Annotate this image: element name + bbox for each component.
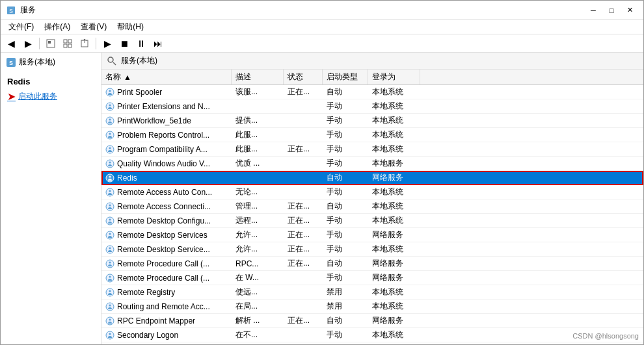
- table-row[interactable]: PrintWorkflow_5e1de 提供... 手动 本地系统: [101, 114, 643, 128]
- col-header-startup[interactable]: 启动类型: [323, 70, 368, 84]
- restart-button[interactable]: ⏭: [150, 36, 166, 51]
- view-button-1[interactable]: [43, 36, 59, 51]
- table-row[interactable]: Quality Windows Audio V... 优质 ... 手动 本地服…: [101, 157, 643, 171]
- menu-bar: 文件(F) 操作(A) 查看(V) 帮助(H): [1, 20, 643, 34]
- svg-point-33: [109, 218, 111, 220]
- menu-view[interactable]: 查看(V): [75, 20, 112, 34]
- svg-point-14: [106, 88, 114, 96]
- service-startup-cell: 手动: [323, 99, 368, 113]
- col-header-logon[interactable]: 登录为: [368, 70, 420, 84]
- service-desc-cell: [232, 99, 284, 113]
- table-row[interactable]: Routing and Remote Acc... 在局... 禁用 本地系统: [101, 300, 643, 314]
- menu-action[interactable]: 操作(A): [39, 20, 75, 34]
- service-startup-cell: 自动: [323, 85, 368, 99]
- play-button[interactable]: ▶: [100, 36, 115, 51]
- table-row[interactable]: Printer Extensions and N... 手动 本地系统: [101, 99, 643, 114]
- close-button[interactable]: ✕: [621, 4, 638, 17]
- service-desc-cell: 优质 ...: [232, 157, 284, 170]
- arrow-icon: ➤: [7, 90, 16, 103]
- service-logon-cell: 网络服务: [368, 257, 420, 270]
- service-desc-cell: [232, 171, 284, 185]
- svg-point-17: [109, 104, 111, 106]
- service-table[interactable]: 名称 ▲ 描述 状态 启动类型 登录为: [101, 70, 643, 344]
- table-row[interactable]: Secondary Logon 在不... 手动 本地系统: [101, 328, 643, 342]
- service-startup-cell: 手动: [323, 328, 368, 342]
- right-panel-title: 服务(本地): [121, 55, 157, 66]
- service-icon: [105, 274, 114, 283]
- service-desc-cell: 允许...: [232, 228, 284, 242]
- service-status-cell: 正在...: [284, 85, 323, 99]
- table-row[interactable]: Remote Access Connecti... 管理... 正在... 自动…: [101, 199, 643, 214]
- service-name-cell: Program Compatibility A...: [101, 142, 232, 156]
- svg-point-49: [109, 333, 111, 335]
- service-startup-cell: 自动: [323, 257, 368, 270]
- table-row[interactable]: Problem Reports Control... 此服... 手动 本地系统: [101, 128, 643, 142]
- svg-point-32: [106, 217, 114, 225]
- table-row[interactable]: Remote Registry 使远... 禁用 本地系统: [101, 285, 643, 300]
- svg-text:S: S: [9, 60, 13, 66]
- service-desc-cell: 提供...: [232, 114, 284, 127]
- menu-file[interactable]: 文件(F): [3, 20, 39, 34]
- service-logon-cell: 本地系统: [368, 142, 420, 156]
- table-row[interactable]: Redis 自动 网络服务: [101, 171, 643, 185]
- svg-point-31: [109, 204, 111, 206]
- left-panel: S 服务(本地) Redis ➤ 启动此服务: [1, 53, 101, 344]
- table-row[interactable]: Remote Procedure Call (... RPC... 正在... …: [101, 257, 643, 271]
- service-status-cell: 正在...: [284, 242, 323, 256]
- table-row[interactable]: Remote Desktop Services 允许... 正在... 手动 网…: [101, 228, 643, 242]
- col-header-name[interactable]: 名称 ▲: [101, 70, 232, 84]
- service-status-cell: [284, 128, 323, 142]
- table-row[interactable]: Remote Desktop Service... 允许... 正在... 手动…: [101, 242, 643, 257]
- service-desc-cell: 该服...: [232, 85, 284, 99]
- svg-point-35: [109, 233, 111, 235]
- stop-button[interactable]: ⏹: [116, 36, 132, 51]
- svg-point-44: [106, 303, 114, 311]
- service-icon: [105, 231, 114, 240]
- table-row[interactable]: Remote Procedure Call (... 在 W... 手动 网络服…: [101, 271, 643, 285]
- svg-point-41: [109, 275, 111, 277]
- service-desc-cell: 无论...: [232, 185, 284, 199]
- col-header-status[interactable]: 状态: [284, 70, 323, 84]
- service-name-cell: PrintWorkflow_5e1de: [101, 114, 232, 127]
- table-row[interactable]: Remote Desktop Configu... 远程... 正在... 手动…: [101, 214, 643, 228]
- service-icon: [105, 259, 114, 268]
- service-startup-cell: 自动: [323, 314, 368, 327]
- view-button-2[interactable]: [60, 36, 75, 51]
- service-status-cell: [284, 185, 323, 199]
- col-header-desc[interactable]: 描述: [232, 70, 284, 84]
- export-button[interactable]: [77, 36, 92, 51]
- svg-point-42: [106, 288, 114, 296]
- watermark: CSDN @hlsongsong: [572, 332, 639, 340]
- svg-point-12: [108, 57, 113, 62]
- table-row[interactable]: Print Spooler 该服... 正在... 自动 本地系统: [101, 85, 643, 99]
- minimize-button[interactable]: ─: [585, 4, 602, 17]
- service-name-cell: Remote Registry: [101, 285, 232, 299]
- back-button[interactable]: ◀: [3, 36, 19, 51]
- table-row[interactable]: Program Compatibility A... 此服... 正在... 手…: [101, 142, 643, 157]
- table-row[interactable]: Remote Access Auto Con... 无论... 手动 本地系统: [101, 185, 643, 199]
- service-status-cell: [284, 171, 323, 185]
- forward-button[interactable]: ▶: [20, 36, 36, 51]
- service-icon: [105, 202, 114, 211]
- svg-rect-7: [68, 44, 72, 47]
- title-bar: S 服务 ─ □ ✕: [1, 1, 643, 20]
- svg-point-18: [106, 117, 114, 125]
- service-status-cell: [284, 342, 323, 344]
- svg-point-47: [109, 318, 111, 320]
- service-startup-cell: 自动: [323, 171, 368, 185]
- service-startup-cell: 手动: [323, 242, 368, 256]
- service-name-cell: Problem Reports Control...: [101, 128, 232, 142]
- pause-button[interactable]: ⏸: [133, 36, 149, 51]
- start-service-link[interactable]: ➤ 启动此服务: [3, 89, 98, 104]
- service-logon-cell: 本地系统: [368, 199, 420, 213]
- menu-help[interactable]: 帮助(H): [112, 20, 149, 34]
- service-startup-cell: 手动: [323, 114, 368, 127]
- table-row[interactable]: Secure Socket Tunneling ... 提供... 手动 本地系…: [101, 342, 643, 344]
- service-status-cell: [284, 285, 323, 299]
- maximize-button[interactable]: □: [603, 4, 620, 17]
- table-row[interactable]: RPC Endpoint Mapper 解析 ... 正在... 自动 网络服务: [101, 314, 643, 328]
- svg-point-20: [106, 131, 114, 139]
- service-status-cell: [284, 328, 323, 342]
- service-desc-cell: 在 W...: [232, 271, 284, 285]
- service-desc-cell: 解析 ...: [232, 314, 284, 327]
